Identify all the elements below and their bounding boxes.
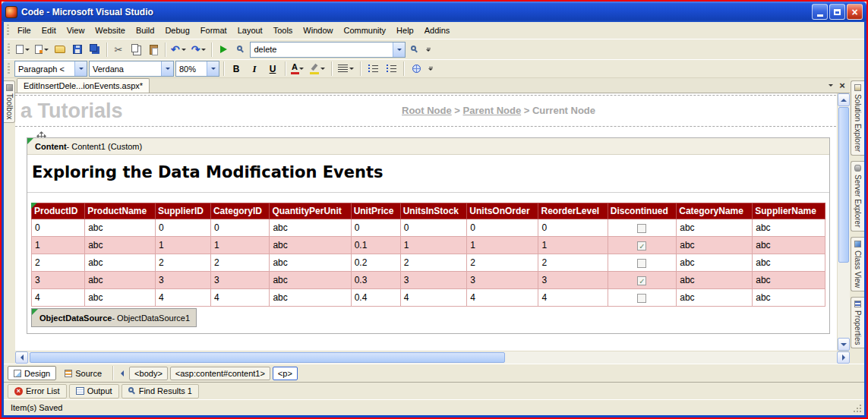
error-list-tab[interactable]: Error List [8,384,67,399]
find-combo[interactable]: delete [250,42,406,58]
toolbar-overflow-button[interactable] [426,61,435,77]
minimize-button[interactable] [812,4,828,20]
menu-file[interactable]: File [12,24,36,37]
tag-body-chip[interactable]: <body> [129,367,168,380]
menu-view[interactable]: View [62,24,90,37]
menu-edit[interactable]: Edit [36,24,62,37]
paste-icon [150,45,158,55]
find-combo-dropdown[interactable] [393,43,405,57]
horizontal-scrollbar-thumb[interactable] [30,352,505,363]
menu-build[interactable]: Build [131,24,159,37]
find-button[interactable] [232,41,249,58]
start-debug-button[interactable] [215,41,232,58]
content-placeholder-control[interactable]: Content - Content1 (Custom) Exploring th… [27,137,830,334]
toolbar-grip[interactable] [8,43,10,55]
design-surface[interactable]: a Tutorials Root Node > Parent Node > Cu… [15,93,850,351]
output-icon [76,387,84,395]
find-in-files-button[interactable] [406,41,423,58]
title-bar[interactable]: Code - Microsoft Visual Studio [2,2,866,22]
redo-icon [191,43,200,55]
vertical-scrollbar[interactable] [837,93,850,351]
document-list-button[interactable] [824,79,836,91]
redo-button[interactable] [189,41,209,58]
save-all-button[interactable] [87,41,103,58]
save-button[interactable] [69,41,86,58]
tag-navigator-back-button[interactable] [118,370,127,376]
menu-window[interactable]: Window [298,24,338,37]
hyperlink-button[interactable] [408,61,425,77]
font-color-button[interactable]: A [289,61,306,77]
block-format-combo[interactable]: Paragraph < [14,61,87,77]
scroll-up-button[interactable] [838,93,850,106]
objectdatasource-control[interactable]: ObjectDataSource - ObjectDataSource1 [31,308,197,327]
menu-help[interactable]: Help [391,24,419,37]
find-results-tab[interactable]: Find Results 1 [122,384,199,399]
menubar-grip[interactable] [7,24,9,36]
overflow-bar-icon [427,48,431,49]
breadcrumb-parent-node-link[interactable]: Parent Node [463,105,522,116]
search-icon [411,46,416,51]
new-file-button[interactable] [14,41,32,58]
grid-cell: 3 [400,272,467,289]
font-family-combo[interactable]: Verdana [89,61,174,77]
copy-button[interactable] [128,41,144,58]
menu-website[interactable]: Website [90,24,131,37]
document-tab[interactable]: EditInsertDele...ionEvents.aspx* [17,78,150,93]
add-item-button[interactable] [33,41,51,58]
smart-tag-icon[interactable] [27,138,33,144]
close-button[interactable] [847,4,863,20]
tag-aspcontent-chip[interactable]: <asp:content#content1> [170,367,270,380]
design-view-button[interactable]: Design [8,366,56,380]
bold-button[interactable]: B [228,61,245,77]
toolbox-tab[interactable]: Toolbox [4,80,15,123]
font-size-combo[interactable]: 80% [175,61,219,77]
menu-debug[interactable]: Debug [159,24,194,37]
underline-button[interactable]: U [264,61,281,77]
font-size-dropdown[interactable] [207,61,219,76]
numbered-list-button[interactable] [365,61,381,77]
vertical-scrollbar-track[interactable] [838,263,850,338]
server-explorer-tab[interactable]: Server Explorer [851,161,864,231]
menu-tools[interactable]: Tools [268,24,298,37]
smart-tag-icon[interactable] [31,203,37,209]
output-tab[interactable]: Output [69,384,119,399]
block-format-dropdown[interactable] [74,61,87,76]
close-document-button[interactable] [836,79,848,91]
menu-addins[interactable]: Addins [419,24,456,37]
grid-cell: 0 [467,219,538,237]
cut-button[interactable] [110,41,127,58]
source-view-button[interactable]: Source [58,366,108,380]
breadcrumb-root-node-link[interactable]: Root Node [402,105,452,116]
menu-layout[interactable]: Layout [232,24,268,37]
scroll-left-button[interactable] [15,351,28,364]
solution-explorer-tab[interactable]: Solution Explorer [851,80,864,156]
maximize-button[interactable] [829,4,845,20]
toolbar-overflow-button[interactable] [424,41,433,58]
bullet-list-button[interactable] [383,61,399,77]
align-button[interactable] [336,61,356,77]
scroll-down-button[interactable] [838,338,850,351]
resize-grip[interactable] [860,411,861,412]
scroll-right-button[interactable] [837,351,850,364]
grid-cell: 2 [400,254,467,272]
smart-tag-icon[interactable] [32,309,38,315]
content-placeholder-header[interactable]: Content - Content1 (Custom) [27,138,829,155]
highlight-button[interactable] [308,61,327,77]
toolbar-grip[interactable] [8,63,10,75]
menu-community[interactable]: Community [338,24,391,37]
open-file-button[interactable] [52,41,68,58]
menu-format[interactable]: Format [195,24,232,37]
tag-p-chip[interactable]: <p> [273,367,298,380]
vertical-scrollbar-thumb[interactable] [838,107,849,263]
horizontal-scrollbar[interactable] [15,351,850,364]
undo-button[interactable] [169,41,188,58]
class-view-tab[interactable]: Class View [851,237,864,291]
paste-button[interactable] [145,41,162,58]
play-icon [220,46,227,53]
grid-cell: abc [85,272,156,289]
italic-button[interactable]: I [246,61,263,77]
properties-tab[interactable]: Properties [851,297,864,349]
horizontal-scrollbar-track[interactable] [507,351,837,364]
font-family-dropdown[interactable] [161,61,173,76]
gridview-control[interactable]: ProductIDProductNameSupplierIDCategoryID… [31,203,825,307]
